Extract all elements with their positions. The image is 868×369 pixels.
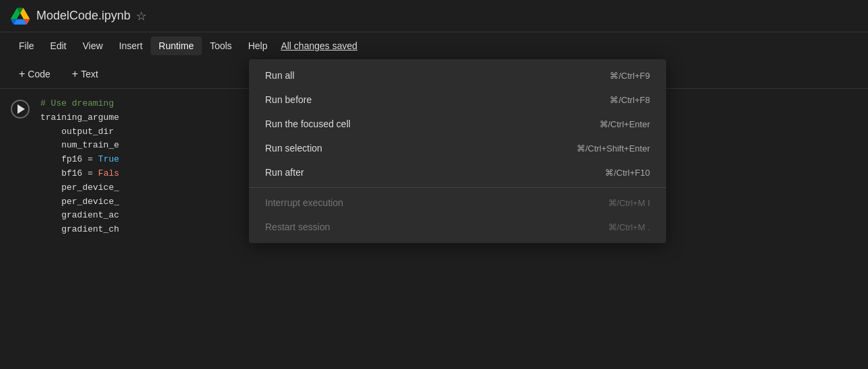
menu-runtime[interactable]: Runtime <box>151 36 202 55</box>
code-plus-icon: + <box>19 68 25 80</box>
run-selection-label: Run selection <box>265 143 322 154</box>
menu-bar: File Edit View Insert Runtime Tools Help… <box>0 32 868 59</box>
menu-insert[interactable]: Insert <box>111 36 151 55</box>
dropdown-divider <box>249 187 666 188</box>
add-text-button[interactable]: + Text <box>64 64 106 84</box>
run-before-label: Run before <box>265 94 312 105</box>
dropdown-run-all[interactable]: Run all ⌘/Ctrl+F9 <box>249 63 666 88</box>
run-before-shortcut: ⌘/Ctrl+F8 <box>610 95 650 105</box>
run-all-shortcut: ⌘/Ctrl+F9 <box>610 71 650 81</box>
interrupt-shortcut: ⌘/Ctrl+M I <box>608 198 650 208</box>
star-icon[interactable]: ☆ <box>136 9 147 24</box>
menu-help[interactable]: Help <box>240 36 276 55</box>
dropdown-run-focused[interactable]: Run the focused cell ⌘/Ctrl+Enter <box>249 112 666 136</box>
cell-run-button-area <box>0 94 40 237</box>
dropdown-run-after[interactable]: Run after ⌘/Ctrl+F10 <box>249 160 666 184</box>
menu-tools[interactable]: Tools <box>202 36 240 55</box>
drive-logo-icon <box>11 7 30 26</box>
run-focused-shortcut: ⌘/Ctrl+Enter <box>600 119 651 129</box>
run-focused-label: Run the focused cell <box>265 119 351 129</box>
runtime-dropdown: Run all ⌘/Ctrl+F9 Run before ⌘/Ctrl+F8 R… <box>249 59 666 243</box>
add-code-button[interactable]: + Code <box>11 64 59 84</box>
menu-edit[interactable]: Edit <box>42 36 75 55</box>
dropdown-run-selection[interactable]: Run selection ⌘/Ctrl+Shift+Enter <box>249 136 666 160</box>
run-cell-button[interactable] <box>11 100 30 119</box>
dropdown-interrupt: Interrupt execution ⌘/Ctrl+M I <box>249 191 666 215</box>
text-plus-icon: + <box>72 68 78 80</box>
run-after-label: Run after <box>265 167 304 178</box>
menu-view[interactable]: View <box>75 36 111 55</box>
add-text-label: Text <box>81 69 98 79</box>
notebook-title: ModelCode.ipynb <box>36 9 131 23</box>
run-after-shortcut: ⌘/Ctrl+F10 <box>605 168 650 178</box>
all-changes-saved[interactable]: All changes saved <box>281 40 357 51</box>
interrupt-label: Interrupt execution <box>265 197 343 208</box>
run-all-label: Run all <box>265 70 295 81</box>
title-bar: ModelCode.ipynb ☆ <box>0 0 868 32</box>
dropdown-restart: Restart session ⌘/Ctrl+M . <box>249 215 666 239</box>
dropdown-run-before[interactable]: Run before ⌘/Ctrl+F8 <box>249 88 666 112</box>
run-selection-shortcut: ⌘/Ctrl+Shift+Enter <box>577 143 650 154</box>
add-code-label: Code <box>28 69 50 79</box>
menu-file[interactable]: File <box>11 36 42 55</box>
restart-label: Restart session <box>265 222 330 232</box>
play-icon <box>17 104 25 114</box>
restart-shortcut: ⌘/Ctrl+M . <box>608 222 650 232</box>
